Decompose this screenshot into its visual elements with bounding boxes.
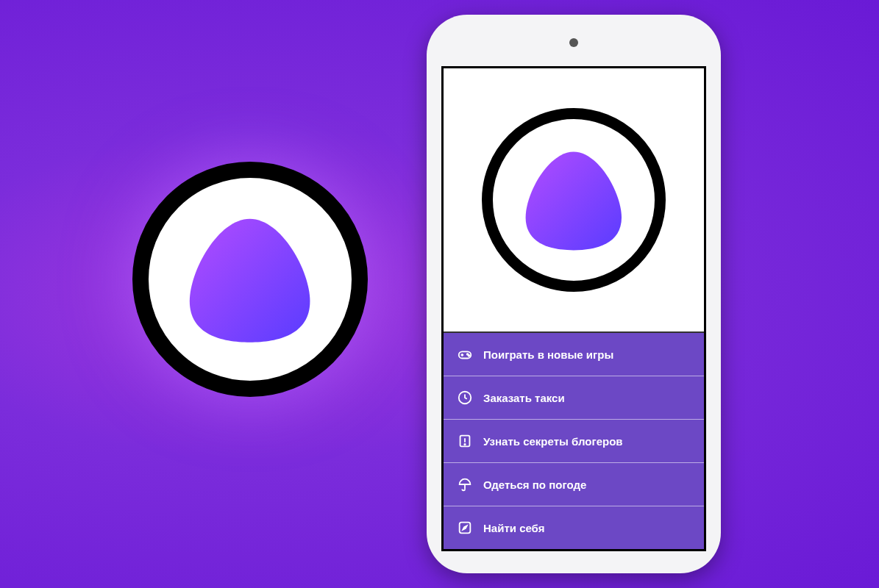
menu-item-bloggers[interactable]: Узнать секреты блогеров [444, 419, 704, 462]
gamepad-icon [457, 346, 473, 362]
phone-camera-dot [569, 38, 578, 47]
book-icon [457, 433, 473, 449]
menu-item-find-self[interactable]: Найти себя [444, 506, 704, 549]
svg-point-4 [469, 355, 470, 356]
taxi-icon [457, 390, 473, 406]
menu-item-label: Найти себя [483, 522, 544, 534]
svg-marker-11 [463, 526, 467, 530]
menu-item-label: Одеться по погоде [483, 478, 586, 491]
menu-item-weather[interactable]: Одеться по погоде [444, 462, 704, 506]
app-logo-area [444, 68, 704, 333]
phone-mockup: Поиграть в новые игры Заказать такси Узн… [427, 15, 721, 573]
menu-item-games[interactable]: Поиграть в новые игры [444, 333, 704, 376]
phone-screen: Поиграть в новые игры Заказать такси Узн… [441, 66, 706, 551]
menu-item-label: Поиграть в новые игры [483, 348, 613, 361]
suggestions-menu: Поиграть в новые игры Заказать такси Узн… [444, 333, 704, 549]
alice-logo-icon [510, 137, 637, 263]
alice-logo-icon [171, 200, 329, 358]
compass-icon [457, 520, 473, 536]
menu-item-taxi[interactable]: Заказать такси [444, 376, 704, 419]
svg-point-8 [464, 444, 465, 445]
app-logo-circle [482, 108, 666, 292]
standalone-logo [132, 162, 368, 397]
umbrella-icon [457, 476, 473, 492]
menu-item-label: Узнать секреты блогеров [483, 435, 623, 448]
menu-item-label: Заказать такси [483, 392, 565, 404]
